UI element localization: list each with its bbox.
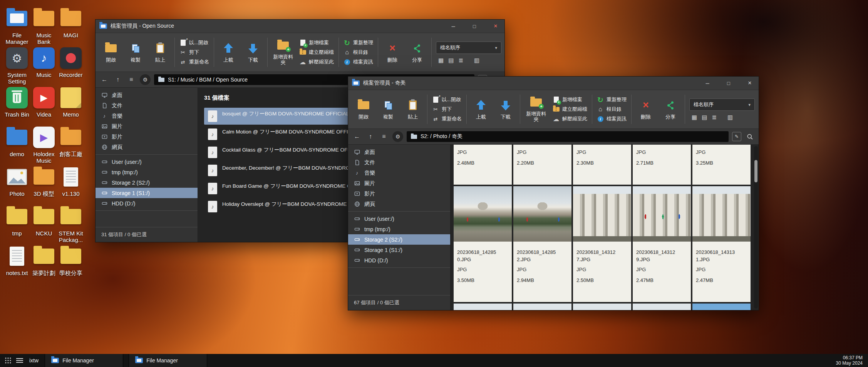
title-bar[interactable]: 檔案管理員 - 奇美 ─ □ × — [348, 77, 759, 90]
sidebar-item-web[interactable]: 網頁 — [96, 142, 198, 152]
maximize-button[interactable]: □ — [466, 20, 483, 33]
file-card[interactable]: 20230618_143129.JPG JPG 2.47MB — [633, 186, 691, 302]
share-button[interactable]: 分享 — [405, 42, 429, 63]
edit-path-button[interactable]: ✎ — [732, 132, 741, 141]
upload-button[interactable]: 上載 — [216, 42, 241, 63]
taskbar-task-file-manager[interactable]: File Manager — [45, 354, 123, 367]
refresh-button[interactable]: ↻重新整理 — [342, 39, 375, 47]
sidebar-drive-storage2-selected[interactable]: Storage 2 (S2:/) — [348, 234, 450, 245]
file-card[interactable] — [573, 304, 631, 310]
sidebar-item-videos[interactable]: 影片 — [348, 189, 450, 199]
taskbar-task-file-manager[interactable]: File Manager — [129, 354, 207, 367]
minimize-button[interactable]: ─ — [699, 77, 716, 90]
file-card[interactable]: 20230618_142852.JPG JPG 2.94MB — [513, 186, 571, 302]
keyboard-layout-indicator[interactable]: ixtw — [29, 357, 39, 364]
back-button[interactable]: ← — [99, 75, 109, 85]
sidebar-drive-hdd[interactable]: HDD (D:/) — [96, 198, 198, 209]
new-folder-button[interactable]: 新增資料夾 — [522, 96, 550, 122]
extract-here-button[interactable]: ☁解壓縮至此 — [297, 58, 336, 66]
delete-button[interactable]: × 刪除 — [633, 99, 658, 120]
file-card[interactable]: …JPG JPG 3.25MB — [692, 145, 751, 185]
close-button[interactable]: × — [741, 77, 759, 90]
file-card[interactable] — [513, 304, 571, 310]
file-info-button[interactable]: 檔案資訊 — [595, 115, 628, 123]
open-with-button[interactable]: 以...開啟 — [178, 39, 211, 47]
view-compact-button[interactable]: ≣ — [712, 114, 717, 120]
new-folder-button[interactable]: 新增資料夾 — [270, 39, 297, 65]
desktop-icon-maker-factory[interactable]: 創客工廠 — [56, 125, 85, 157]
file-card[interactable]: …JPG JPG 2.48MB — [454, 145, 512, 185]
download-button[interactable]: 下載 — [493, 99, 518, 120]
delete-button[interactable]: × 刪除 — [380, 42, 405, 63]
view-compact-button[interactable]: ≣ — [458, 57, 463, 63]
new-file-button[interactable]: 新增檔案 — [551, 96, 589, 103]
settings-button[interactable]: ⚙ — [392, 131, 403, 142]
menu-button[interactable]: ≡ — [126, 75, 136, 85]
desktop-icon-school-share[interactable]: 學校分享 — [56, 244, 85, 276]
file-card[interactable]: 20230618_143127.JPG JPG 2.50MB — [573, 186, 631, 302]
view-list-button[interactable]: ▤ — [448, 57, 454, 63]
file-card[interactable]: …JPG JPG 2.71MB — [633, 145, 691, 185]
scrollbar[interactable] — [754, 146, 758, 309]
sidebar-item-documents[interactable]: 文件 — [348, 157, 450, 168]
maximize-button[interactable]: □ — [720, 77, 737, 90]
file-card[interactable] — [692, 304, 751, 310]
file-card[interactable]: …JPG JPG 2.30MB — [573, 145, 631, 185]
path-bar[interactable]: S2: / Photo / 奇美 — [407, 131, 729, 142]
sidebar-item-music[interactable]: ♪音樂 — [96, 111, 198, 121]
rename-button[interactable]: ⇄重新命名 — [178, 58, 211, 66]
up-button[interactable]: ↑ — [113, 75, 123, 85]
create-archive-button[interactable]: 建立壓縮檔 — [551, 105, 589, 113]
file-card[interactable] — [454, 304, 512, 310]
view-grid-button[interactable]: ▦ — [438, 57, 444, 63]
title-bar[interactable]: 檔案管理員 - Open Source ─ □ × — [96, 20, 504, 33]
task-list-button[interactable] — [15, 355, 25, 365]
view-detail-button[interactable]: ▥ — [727, 114, 733, 120]
scrollbar-thumb[interactable] — [754, 160, 757, 182]
sidebar-drive-user[interactable]: User (user:/) — [96, 157, 198, 167]
desktop-icon-memo[interactable]: Memo — [56, 85, 85, 118]
sidebar-item-desktop[interactable]: 桌面 — [96, 90, 198, 100]
sidebar-drive-tmp[interactable]: tmp (tmp:/) — [96, 167, 198, 177]
sidebar-drive-storage1-selected[interactable]: Storage 1 (S1:/) — [96, 188, 198, 198]
create-archive-button[interactable]: 建立壓縮檔 — [297, 48, 336, 56]
open-button[interactable]: 開啟 — [99, 42, 123, 63]
file-info-button[interactable]: 檔案資訊 — [342, 58, 375, 66]
back-button[interactable]: ← — [352, 132, 362, 142]
file-card[interactable]: 20230618_143131.JPG JPG 2.47MB — [692, 186, 751, 302]
sidebar-drive-storage2[interactable]: Storage 2 (S2:/) — [96, 177, 198, 188]
up-button[interactable]: ↑ — [365, 132, 375, 142]
settings-button[interactable]: ⚙ — [140, 74, 151, 85]
desktop-icon-videa[interactable]: ▶ Videa — [29, 85, 59, 118]
sidebar-item-videos[interactable]: 影片 — [96, 132, 198, 142]
desktop-icon-file-manager[interactable]: File Manager — [2, 6, 32, 45]
root-button[interactable]: ⌂根目錄 — [595, 105, 628, 113]
sidebar-item-documents[interactable]: 文件 — [96, 100, 198, 111]
desktop-icon-v1130[interactable]: v1.130 — [56, 165, 85, 197]
sidebar-item-music[interactable]: ♪音樂 — [348, 168, 450, 178]
rename-button[interactable]: ⇄重新命名 — [430, 115, 464, 123]
sidebar-item-pictures[interactable]: 圖片 — [96, 121, 198, 132]
sidebar-drive-tmp[interactable]: tmp (tmp:/) — [348, 224, 450, 234]
menu-button[interactable]: ≡ — [379, 132, 389, 142]
desktop-icon-3d-models[interactable]: 3D 模型 — [29, 165, 59, 197]
download-button[interactable]: 下載 — [241, 42, 265, 63]
sort-dropdown[interactable]: 檔名順序 ▾ — [436, 42, 501, 54]
desktop-icon-trash-bin[interactable]: Trash Bin — [2, 85, 32, 118]
desktop-icon-demo[interactable]: demo — [2, 125, 32, 157]
desktop-icon-music-bank[interactable]: Music Bank — [29, 6, 59, 45]
desktop-icon-magi[interactable]: MAGI — [56, 6, 85, 38]
upload-button[interactable]: 上載 — [469, 99, 493, 120]
file-card[interactable]: 20230618_142850.JPG JPG 3.50MB — [454, 186, 512, 302]
desktop-icon-ncku[interactable]: NCKU — [29, 204, 59, 237]
open-button[interactable]: 開啟 — [351, 99, 376, 120]
close-button[interactable]: × — [487, 20, 504, 33]
desktop-icon-holodex-music[interactable]: ▶ Holodex Music — [29, 125, 59, 164]
paste-button[interactable]: 貼上 — [148, 42, 173, 63]
desktop-icon-music[interactable]: ♪ Music — [29, 46, 59, 78]
sidebar-drive-storage1[interactable]: Storage 1 (S1:/) — [348, 245, 450, 255]
copy-button[interactable]: 複製 — [376, 99, 400, 120]
extract-here-button[interactable]: ☁解壓縮至此 — [551, 115, 589, 123]
refresh-button[interactable]: ↻重新整理 — [595, 96, 628, 103]
file-card[interactable] — [633, 304, 691, 310]
